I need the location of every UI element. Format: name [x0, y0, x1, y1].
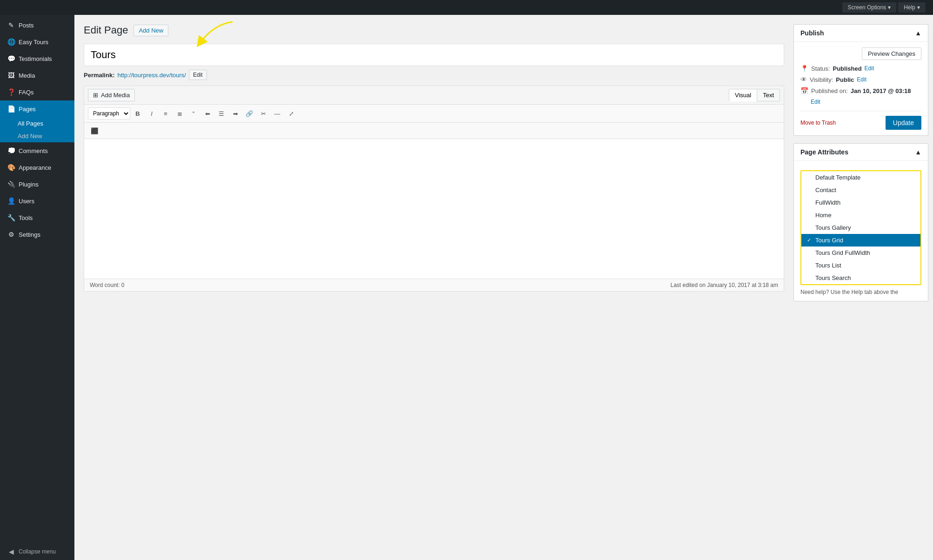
plugins-icon: 🔌: [7, 180, 15, 188]
template-dropdown: Default Template Contact FullWidth Home: [800, 170, 921, 285]
permalink-label: Permalink:: [84, 72, 114, 79]
sidebar-item-label: Media: [19, 72, 35, 79]
published-date-row: 📅 Published on: Jan 10, 2017 @ 03:18: [800, 87, 921, 94]
editor-toolbar-top: ⊞ Add Media Visual Text: [84, 86, 784, 105]
sidebar-item-pages[interactable]: 📄 Pages: [0, 100, 74, 117]
publish-box-header[interactable]: Publish ▲: [794, 25, 928, 42]
sidebar-item-comments[interactable]: 💭 Comments: [0, 142, 74, 159]
template-option-default[interactable]: Default Template: [801, 171, 920, 184]
sidebar-item-settings[interactable]: ⚙ Settings: [0, 226, 74, 243]
page-attributes-header[interactable]: Page Attributes ▲: [794, 144, 928, 161]
sidebar-item-appearance[interactable]: 🎨 Appearance: [0, 159, 74, 176]
tab-visual[interactable]: Visual: [729, 89, 757, 101]
calendar-icon: 📅: [800, 87, 808, 94]
appearance-icon: 🎨: [7, 164, 15, 171]
permalink-edit-button[interactable]: Edit: [189, 70, 207, 80]
publish-actions: Move to Trash Update: [800, 111, 921, 130]
page-attributes-title: Page Attributes: [800, 148, 848, 156]
add-media-button[interactable]: ⊞ Add Media: [88, 89, 135, 101]
chevron-down-icon: ▾: [917, 4, 920, 11]
publish-box-content: Preview Changes 📍 Status: Published Edit…: [794, 42, 928, 135]
posts-icon: ✎: [7, 21, 15, 29]
sidebar-sub-add-new[interactable]: Add New: [0, 130, 74, 142]
visibility-icon: 👁: [800, 76, 807, 83]
visibility-edit-link[interactable]: Edit: [857, 76, 866, 83]
status-icon: 📍: [800, 65, 808, 72]
sidebar-item-media[interactable]: 🖼 Media: [0, 67, 74, 84]
topbar: Screen Options ▾ Help ▾: [0, 0, 933, 15]
sidebar-item-easy-tours[interactable]: 🌐 Easy Tours: [0, 33, 74, 50]
align-left-button[interactable]: ⬅: [201, 107, 214, 120]
status-value: Published: [833, 65, 861, 72]
sidebar-sub-all-pages[interactable]: All Pages: [0, 117, 74, 130]
sidebar-item-testimonials[interactable]: 💬 Testimonials: [0, 50, 74, 67]
help-button[interactable]: Help ▾: [898, 2, 926, 13]
status-edit-link[interactable]: Edit: [865, 65, 874, 72]
sidebar-item-users[interactable]: 👤 Users: [0, 193, 74, 209]
template-option-tours-search[interactable]: Tours Search: [801, 272, 920, 284]
unordered-list-button[interactable]: ≡: [159, 107, 172, 120]
paragraph-select[interactable]: Paragraph: [88, 107, 130, 120]
sidebar-item-label: Comments: [19, 147, 48, 154]
move-to-trash-link[interactable]: Move to Trash: [800, 120, 836, 126]
globe-icon: 🌐: [7, 38, 15, 46]
sidebar-item-plugins[interactable]: 🔌 Plugins: [0, 176, 74, 193]
more-button[interactable]: —: [271, 107, 284, 120]
media-icon: 🖼: [7, 72, 15, 79]
visual-text-tabs: Visual Text: [729, 89, 780, 101]
kitchen-sink-button[interactable]: ⬛: [88, 125, 101, 137]
sidebar-item-label: Plugins: [19, 181, 39, 188]
published-date-edit-link[interactable]: Edit: [811, 99, 820, 105]
screen-options-button[interactable]: Screen Options ▾: [842, 2, 897, 13]
template-option-contact[interactable]: Contact: [801, 184, 920, 196]
tab-text[interactable]: Text: [757, 89, 780, 101]
add-new-button[interactable]: Add New: [133, 25, 168, 36]
editor-body[interactable]: [84, 139, 784, 279]
sidebar-item-tools[interactable]: 🔧 Tools: [0, 209, 74, 226]
template-option-tours-grid[interactable]: ✓ Tours Grid: [801, 234, 920, 247]
sidebar-item-faqs[interactable]: ❓ FAQs: [0, 84, 74, 100]
word-count: Word count: 0: [90, 282, 124, 288]
sidebar: ⊞ Dashboard ✎ Posts 🌐 Easy Tours 💬 Testi…: [0, 0, 74, 560]
editor-footer: Word count: 0 Last edited on January 10,…: [84, 279, 784, 291]
page-title: Edit Page: [84, 24, 128, 36]
align-center-button[interactable]: ☰: [215, 107, 228, 120]
sidebar-item-label: Easy Tours: [19, 39, 48, 46]
update-button[interactable]: Update: [886, 116, 921, 130]
sidebar-item-label: Tools: [19, 214, 33, 221]
visibility-value: Public: [836, 76, 854, 83]
collapse-icon: ▲: [915, 29, 921, 37]
italic-button[interactable]: I: [145, 107, 158, 120]
sidebar-item-label: Users: [19, 198, 34, 205]
fullscreen-button[interactable]: ⤢: [285, 107, 298, 120]
sidebar-item-label: Posts: [19, 22, 34, 29]
sidebar-item-label: Testimonials: [19, 55, 52, 62]
sidebar-item-collapse[interactable]: ◀ Collapse menu: [0, 543, 74, 560]
template-option-tours-grid-fullwidth[interactable]: Tours Grid FullWidth: [801, 247, 920, 259]
template-option-tours-gallery[interactable]: Tours Gallery: [801, 221, 920, 234]
align-right-button[interactable]: ➡: [229, 107, 242, 120]
ordered-list-button[interactable]: ≣: [173, 107, 186, 120]
template-option-fullwidth[interactable]: FullWidth: [801, 196, 920, 209]
link-button[interactable]: 🔗: [243, 107, 256, 120]
help-text: Need help? Use the Help tab above the: [800, 289, 921, 295]
bold-button[interactable]: B: [131, 107, 144, 120]
blockquote-button[interactable]: ": [187, 107, 200, 120]
status-label: Status:: [811, 65, 830, 72]
template-option-home[interactable]: Home: [801, 209, 920, 221]
page-title-input[interactable]: [84, 44, 784, 66]
published-date: Jan 10, 2017 @ 03:18: [851, 87, 911, 94]
sidebar-item-posts[interactable]: ✎ Posts: [0, 17, 74, 33]
help-label: Help: [904, 4, 915, 11]
last-edited: Last edited on January 10, 2017 at 3:18 …: [671, 282, 779, 288]
users-icon: 👤: [7, 197, 15, 205]
template-option-tours-list[interactable]: Tours List: [801, 259, 920, 272]
editor-area: Edit Page Add New Permalink: http://tour…: [74, 15, 793, 560]
preview-changes-button[interactable]: Preview Changes: [862, 47, 921, 60]
unlink-button[interactable]: ✂: [257, 107, 270, 120]
comments-icon: 💭: [7, 147, 15, 154]
permalink-url[interactable]: http://tourpress.dev/tours/: [117, 72, 186, 79]
visibility-row: 👁 Visibility: Public Edit: [800, 76, 921, 83]
editor-second-row: ⬛: [84, 123, 784, 139]
editor-container: ⊞ Add Media Visual Text Paragraph B I ≡ …: [84, 86, 784, 292]
